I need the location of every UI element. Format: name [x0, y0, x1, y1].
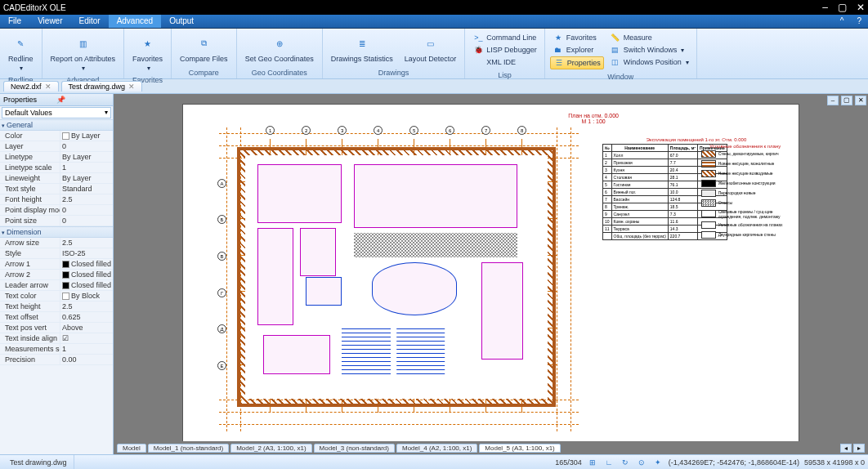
app-title: CADEditorX OLE: [3, 3, 822, 12]
close-icon[interactable]: ✕: [128, 83, 135, 91]
sheet-title: План на отм. 0.000 М 1 : 100: [568, 113, 619, 124]
title-bar: CADEditorX OLE – ▢ ✕: [0, 0, 868, 15]
ribbon: ✎RedlineRedline▥Report on AttributesAdva…: [0, 29, 868, 79]
set-geo-coordinates-icon: ⊕: [268, 33, 291, 54]
drawing-canvas[interactable]: – ▢ ✕ 12 34 56 78: [114, 94, 868, 454]
close-button[interactable]: ✕: [857, 2, 865, 13]
property-row[interactable]: LinetypeBy Layer: [0, 152, 113, 163]
window-controls: – ▢ ✕: [822, 2, 865, 13]
property-row[interactable]: LineweightBy Layer: [0, 173, 113, 184]
property-row[interactable]: Text colorBy Block: [0, 291, 113, 302]
legend: Экспликация помещений 1-го эт. Отм. 0.00…: [602, 137, 790, 241]
property-row[interactable]: Arrow 2Closed filled: [0, 270, 113, 280]
ribbon-minimize-icon[interactable]: ^: [834, 15, 851, 28]
menu-editor[interactable]: Editor: [71, 15, 109, 28]
minimize-button[interactable]: –: [822, 2, 828, 13]
snap-grid-icon[interactable]: ⊞: [587, 457, 598, 468]
close-icon[interactable]: ✕: [45, 83, 51, 91]
property-row[interactable]: Precision0.00: [0, 355, 113, 365]
lisp-debugger-button[interactable]: 🐞LISP Debugger: [470, 44, 539, 56]
property-row[interactable]: Arrow size2.5: [0, 238, 113, 248]
layout-tab-model_4-a2-1-100-x1-[interactable]: Model_4 (A2, 1:100, x1): [396, 444, 477, 453]
menu-output[interactable]: Output: [161, 15, 202, 28]
xml-ide-button[interactable]: XML IDE: [470, 56, 539, 68]
canvas-restore-button[interactable]: ▢: [841, 96, 852, 105]
model-space-tabs: ModelModel_1 (non-standard)Model_2 (A3, …: [114, 441, 868, 454]
status-filename: Test drawing.dwg: [3, 455, 74, 469]
canvas-minimize-button[interactable]: –: [827, 96, 839, 105]
workspace: Properties 📌 Default Values GeneralColor…: [0, 94, 868, 454]
snap-endpoint-icon[interactable]: ✦: [652, 457, 664, 468]
property-row[interactable]: Point size0: [0, 216, 113, 226]
canvas-close-button[interactable]: ✕: [855, 96, 866, 105]
report-on-attributes-button[interactable]: ▥Report on Attributes: [47, 31, 119, 74]
favorites-icon: ★: [136, 33, 159, 54]
property-row[interactable]: Text offset0.625: [0, 312, 113, 323]
measure-button[interactable]: 📏Measure: [607, 32, 691, 43]
property-row[interactable]: Layer0: [0, 141, 113, 152]
redline-button[interactable]: ✎Redline: [5, 31, 37, 74]
layout-tab-model_2-a3-1-100-x1-[interactable]: Model_2 (A3, 1:100, x1): [230, 444, 311, 453]
favorites-button[interactable]: ★Favorites: [129, 31, 166, 74]
snap-ortho-icon[interactable]: ∟: [603, 457, 615, 468]
properties-button[interactable]: ☰Properties: [550, 56, 604, 69]
drawings-statistics-icon: ≣: [351, 33, 374, 54]
status-progress: 165/304: [555, 458, 582, 467]
layout-detector-button[interactable]: ▭Layout Detector: [401, 31, 460, 65]
property-row[interactable]: Text styleStandard: [0, 184, 113, 194]
property-row[interactable]: Point display mode0: [0, 205, 113, 216]
tabs-prev-button[interactable]: ◂: [840, 444, 852, 453]
tabs-next-button[interactable]: ▸: [853, 444, 865, 453]
switch-windows-button[interactable]: ▤Switch Windows: [607, 44, 691, 56]
snap-polar-icon[interactable]: ↻: [620, 457, 631, 468]
property-row[interactable]: Text pos vertAbove: [0, 323, 113, 333]
status-bar: Test drawing.dwg 165/304 ⊞ ∟ ↻ ⊙ ✦ (-1,4…: [0, 454, 868, 469]
drawing-sheet: 12 34 56 78 AБ ВГ ДЕ: [182, 104, 799, 445]
compare-files-icon: ⧉: [192, 33, 215, 54]
properties-panel: Properties 📌 Default Values GeneralColor…: [0, 94, 114, 454]
properties-header: Properties 📌: [0, 94, 113, 106]
snap-object-icon[interactable]: ⊙: [636, 457, 647, 468]
property-row[interactable]: Text inside align: [0, 333, 113, 344]
property-row[interactable]: Leader arrowClosed filled: [0, 280, 113, 291]
property-row[interactable]: Text height2.5: [0, 302, 113, 312]
help-icon[interactable]: ?: [850, 15, 868, 28]
property-row[interactable]: Arrow 1Closed filled: [0, 259, 113, 270]
default-values-dropdown[interactable]: Default Values: [2, 107, 111, 118]
status-size: 59538 x 41998 x 0: [804, 458, 865, 467]
maximize-button[interactable]: ▢: [838, 2, 847, 13]
favorites-button[interactable]: ★Favorites: [550, 32, 604, 43]
property-row[interactable]: Linetype scale1: [0, 163, 113, 173]
document-tabs: New2.dxf✕Test drawing.dwg✕: [0, 79, 868, 94]
windows-position-button[interactable]: ◫Windows Position: [607, 56, 691, 68]
layout-tab-model[interactable]: Model: [117, 444, 146, 453]
doctab-test-drawing-dwg[interactable]: Test drawing.dwg✕: [61, 81, 143, 92]
properties-section-general[interactable]: General: [0, 119, 113, 131]
layout-tab-model_1-non-standard-[interactable]: Model_1 (non-standard): [148, 444, 229, 453]
doctab-new2-dxf[interactable]: New2.dxf✕: [3, 81, 59, 92]
menubar: File Viewer Editor Advanced Output ^ ?: [0, 15, 868, 29]
pin-icon[interactable]: 📌: [56, 96, 110, 104]
set-geo-coordinates-button[interactable]: ⊕Set Geo Coordinates: [242, 31, 317, 65]
property-row[interactable]: Font height2.5: [0, 194, 113, 205]
redline-icon: ✎: [9, 33, 32, 54]
property-row[interactable]: Measurements scale1: [0, 344, 113, 355]
properties-section-dimension[interactable]: Dimension: [0, 226, 113, 238]
menu-advanced[interactable]: Advanced: [109, 15, 161, 28]
property-row[interactable]: ColorBy Layer: [0, 131, 113, 141]
property-row[interactable]: StyleISO-25: [0, 248, 113, 259]
command-line-button[interactable]: >_Command Line: [470, 32, 539, 43]
report-on-attributes-icon: ▥: [71, 33, 94, 54]
compare-files-button[interactable]: ⧉Compare Files: [177, 31, 231, 65]
drawings-statistics-button[interactable]: ≣Drawings Statistics: [328, 31, 396, 65]
menu-viewer[interactable]: Viewer: [29, 15, 70, 28]
layout-tab-model_3-non-standard-[interactable]: Model_3 (non-standard): [314, 444, 395, 453]
layout-tab-model_5-a3-1-100-x1-[interactable]: Model_5 (A3, 1:100, x1): [479, 444, 560, 453]
menu-file[interactable]: File: [0, 15, 29, 28]
layout-detector-icon: ▭: [418, 33, 441, 54]
status-coords: (-1,434269E7; -542476; -1,868604E-14): [669, 458, 799, 467]
explorer-button[interactable]: 🖿Explorer: [550, 44, 604, 56]
